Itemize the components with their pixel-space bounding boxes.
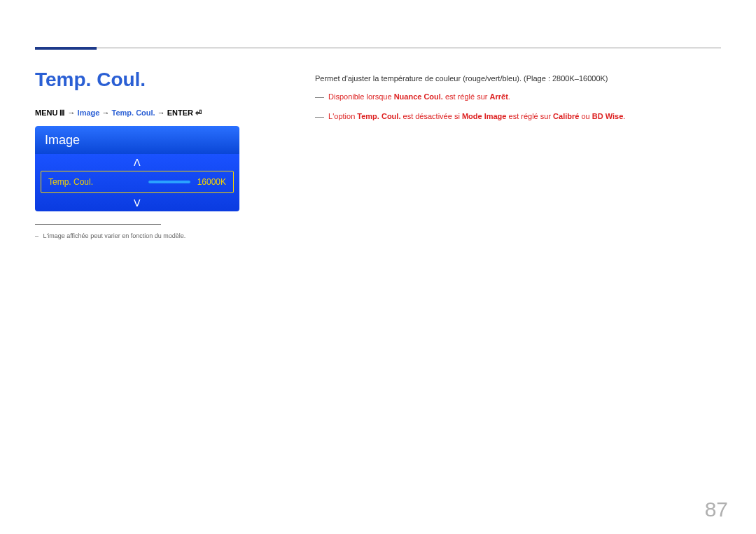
breadcrumb-image: Image: [78, 108, 100, 117]
header-rule-thin: [97, 48, 721, 48]
note2-i: .: [623, 112, 625, 120]
osd-body: ᐱ Temp. Coul. 16000K ᐯ: [35, 154, 239, 211]
note1-period: .: [508, 92, 510, 101]
note2-a: L'option: [328, 112, 357, 120]
footnote-text: L'image affichée peut varier en fonction…: [43, 232, 186, 239]
note-dash: ―: [315, 92, 324, 102]
osd-item-tempcoul[interactable]: Temp. Coul. 16000K: [41, 171, 234, 193]
page-title: Temp. Coul.: [35, 69, 146, 91]
osd-panel: Image ᐱ Temp. Coul. 16000K ᐯ: [35, 126, 239, 211]
temp-slider-fill: [148, 181, 190, 183]
menu-icon: Ⅲ: [59, 108, 65, 117]
temp-slider[interactable]: [148, 181, 190, 183]
note2-g: ou: [579, 112, 592, 120]
note1-text-a: Disponible lorsque: [328, 92, 394, 101]
note2-d: Mode Image: [462, 112, 507, 120]
note1-end: Arrêt: [490, 92, 508, 101]
note2-c: est désactivée si: [400, 112, 461, 120]
osd-header: Image: [35, 126, 239, 154]
footnote-dash: –: [35, 232, 38, 239]
osd-item-label: Temp. Coul.: [48, 177, 93, 187]
note2-h: BD Wise: [592, 112, 624, 120]
osd-item-value: 16000K: [197, 177, 226, 187]
breadcrumb-enter: ENTER: [167, 108, 193, 117]
enter-icon: ⏎: [195, 108, 202, 117]
chevron-down-icon[interactable]: ᐯ: [134, 197, 141, 209]
description-column: Permet d'ajuster la température de coule…: [315, 72, 721, 125]
note1-text-b: est réglé sur: [443, 92, 490, 101]
note1-bold: Nuance Coul.: [394, 92, 443, 101]
note-dash: ―: [315, 111, 324, 122]
breadcrumb-arrow: →: [68, 108, 78, 117]
description-main: Permet d'ajuster la température de coule…: [315, 72, 721, 85]
note2-e: est réglé sur: [506, 112, 553, 120]
note-1: ― Disponible lorsque Nuance Coul. est ré…: [315, 90, 721, 105]
footnote-rule: [35, 224, 161, 225]
note-2: ― L'option Temp. Coul. est désactivée si…: [315, 109, 721, 125]
note2-b: Temp. Coul.: [357, 112, 400, 120]
breadcrumb: MENU Ⅲ → Image → Temp. Coul. → ENTER ⏎: [35, 108, 202, 118]
breadcrumb-menu: MENU: [35, 108, 57, 117]
note2-f: Calibré: [553, 112, 579, 120]
breadcrumb-tempcoul: Temp. Coul.: [112, 108, 155, 117]
breadcrumb-arrow: →: [102, 108, 111, 117]
chevron-up-icon[interactable]: ᐱ: [134, 157, 141, 168]
header-rule-thick: [35, 47, 97, 50]
breadcrumb-arrow: →: [158, 108, 167, 117]
footnote: – L'image affichée peut varier en foncti…: [35, 232, 186, 239]
page-number: 87: [705, 498, 728, 521]
